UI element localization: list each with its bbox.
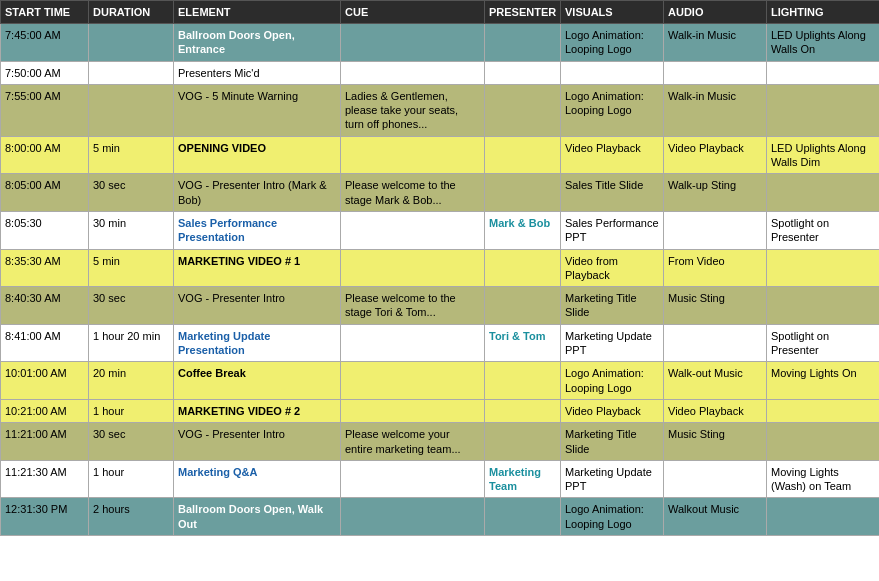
cell-element: Marketing Update Presentation xyxy=(174,324,341,362)
cell-cue xyxy=(341,460,485,498)
header-col-element: ELEMENT xyxy=(174,1,341,24)
cell-visuals: Logo Animation: Looping Logo xyxy=(561,498,664,536)
cell-element: Presenters Mic'd xyxy=(174,61,341,84)
cell-cue xyxy=(341,324,485,362)
cell-presenter: Marketing Team xyxy=(485,460,561,498)
cell-audio xyxy=(664,211,767,249)
cell-start: 10:21:00 AM xyxy=(1,399,89,422)
cell-audio: Walk-up Sting xyxy=(664,174,767,212)
cell-lighting xyxy=(767,399,880,422)
table-row: 8:05:00 AM30 secVOG - Presenter Intro (M… xyxy=(1,174,880,212)
cell-visuals: Marketing Update PPT xyxy=(561,324,664,362)
table-row: 10:21:00 AM1 hourMARKETING VIDEO # 2Vide… xyxy=(1,399,880,422)
cell-duration: 1 hour xyxy=(89,460,174,498)
cell-element: Marketing Q&A xyxy=(174,460,341,498)
cell-presenter xyxy=(485,84,561,136)
cell-cue: Please welcome to the stage Tori & Tom..… xyxy=(341,287,485,325)
cell-start: 11:21:30 AM xyxy=(1,460,89,498)
cell-visuals: Video Playback xyxy=(561,136,664,174)
cell-duration: 30 sec xyxy=(89,287,174,325)
cell-visuals: Marketing Title Slide xyxy=(561,287,664,325)
cell-presenter xyxy=(485,24,561,62)
cell-lighting: Moving Lights On xyxy=(767,362,880,400)
table-row: 8:35:30 AM5 minMARKETING VIDEO # 1Video … xyxy=(1,249,880,287)
cell-element: VOG - 5 Minute Warning xyxy=(174,84,341,136)
cell-cue: Please welcome your entire marketing tea… xyxy=(341,423,485,461)
cell-lighting xyxy=(767,61,880,84)
cell-audio xyxy=(664,61,767,84)
cell-duration: 1 hour 20 min xyxy=(89,324,174,362)
cell-cue: Ladies & Gentlemen, please take your sea… xyxy=(341,84,485,136)
cell-lighting xyxy=(767,249,880,287)
cell-lighting xyxy=(767,174,880,212)
table-row: 7:55:00 AMVOG - 5 Minute WarningLadies &… xyxy=(1,84,880,136)
cell-lighting: Moving Lights (Wash) on Team xyxy=(767,460,880,498)
cell-audio xyxy=(664,324,767,362)
cell-lighting: LED Uplights Along Walls Dim xyxy=(767,136,880,174)
cell-element: VOG - Presenter Intro (Mark & Bob) xyxy=(174,174,341,212)
table-row: 11:21:30 AM1 hourMarketing Q&AMarketing … xyxy=(1,460,880,498)
cell-visuals: Video from Playback xyxy=(561,249,664,287)
cell-duration xyxy=(89,84,174,136)
cell-cue xyxy=(341,362,485,400)
cell-presenter xyxy=(485,423,561,461)
cell-duration: 2 hours xyxy=(89,498,174,536)
header-col-presenter: PRESENTER xyxy=(485,1,561,24)
cell-element: OPENING VIDEO xyxy=(174,136,341,174)
cell-presenter xyxy=(485,174,561,212)
cell-cue xyxy=(341,498,485,536)
table-row: 7:45:00 AMBallroom Doors Open, EntranceL… xyxy=(1,24,880,62)
cell-cue xyxy=(341,211,485,249)
cell-element: VOG - Presenter Intro xyxy=(174,287,341,325)
header-col-lighting: LIGHTING xyxy=(767,1,880,24)
cell-cue xyxy=(341,136,485,174)
cell-presenter xyxy=(485,287,561,325)
cell-duration: 30 min xyxy=(89,211,174,249)
cell-start: 8:05:30 xyxy=(1,211,89,249)
cell-start: 11:21:00 AM xyxy=(1,423,89,461)
cell-element: MARKETING VIDEO # 1 xyxy=(174,249,341,287)
cell-element: Ballroom Doors Open, Entrance xyxy=(174,24,341,62)
header-col-visuals: VISUALS xyxy=(561,1,664,24)
cell-cue: Please welcome to the stage Mark & Bob..… xyxy=(341,174,485,212)
cell-start: 10:01:00 AM xyxy=(1,362,89,400)
table-row: 8:05:3030 minSales Performance Presentat… xyxy=(1,211,880,249)
cell-lighting xyxy=(767,84,880,136)
cell-element: Coffee Break xyxy=(174,362,341,400)
cell-presenter: Mark & Bob xyxy=(485,211,561,249)
cell-start: 7:50:00 AM xyxy=(1,61,89,84)
cell-duration xyxy=(89,24,174,62)
cell-presenter xyxy=(485,61,561,84)
cell-audio: Music Sting xyxy=(664,287,767,325)
table-row: 8:40:30 AM30 secVOG - Presenter IntroPle… xyxy=(1,287,880,325)
table-row: 8:00:00 AM5 minOPENING VIDEOVideo Playba… xyxy=(1,136,880,174)
cell-visuals: Logo Animation: Looping Logo xyxy=(561,362,664,400)
cell-start: 7:45:00 AM xyxy=(1,24,89,62)
cell-lighting: Spotlight on Presenter xyxy=(767,324,880,362)
cell-lighting xyxy=(767,498,880,536)
cell-cue xyxy=(341,399,485,422)
cell-visuals: Logo Animation: Looping Logo xyxy=(561,84,664,136)
cell-start: 8:40:30 AM xyxy=(1,287,89,325)
cell-audio: From Video xyxy=(664,249,767,287)
table-row: 10:01:00 AM20 minCoffee BreakLogo Animat… xyxy=(1,362,880,400)
table-row: 8:41:00 AM1 hour 20 minMarketing Update … xyxy=(1,324,880,362)
cell-visuals: Marketing Title Slide xyxy=(561,423,664,461)
cell-duration: 1 hour xyxy=(89,399,174,422)
cell-visuals: Marketing Update PPT xyxy=(561,460,664,498)
cell-presenter xyxy=(485,249,561,287)
cell-presenter xyxy=(485,362,561,400)
cell-audio: Walk-in Music xyxy=(664,24,767,62)
table-row: 11:21:00 AM30 secVOG - Presenter IntroPl… xyxy=(1,423,880,461)
cell-visuals: Sales Performance PPT xyxy=(561,211,664,249)
run-of-show-table: START TIMEDURATIONELEMENTCUEPRESENTERVIS… xyxy=(0,0,879,536)
header-col-start-time: START TIME xyxy=(1,1,89,24)
table-row: 12:31:30 PM2 hoursBallroom Doors Open, W… xyxy=(1,498,880,536)
cell-audio: Walk-in Music xyxy=(664,84,767,136)
cell-audio: Music Sting xyxy=(664,423,767,461)
cell-duration: 20 min xyxy=(89,362,174,400)
cell-start: 8:05:00 AM xyxy=(1,174,89,212)
cell-audio: Video Playback xyxy=(664,136,767,174)
cell-element: Ballroom Doors Open, Walk Out xyxy=(174,498,341,536)
cell-lighting: Spotlight on Presenter xyxy=(767,211,880,249)
